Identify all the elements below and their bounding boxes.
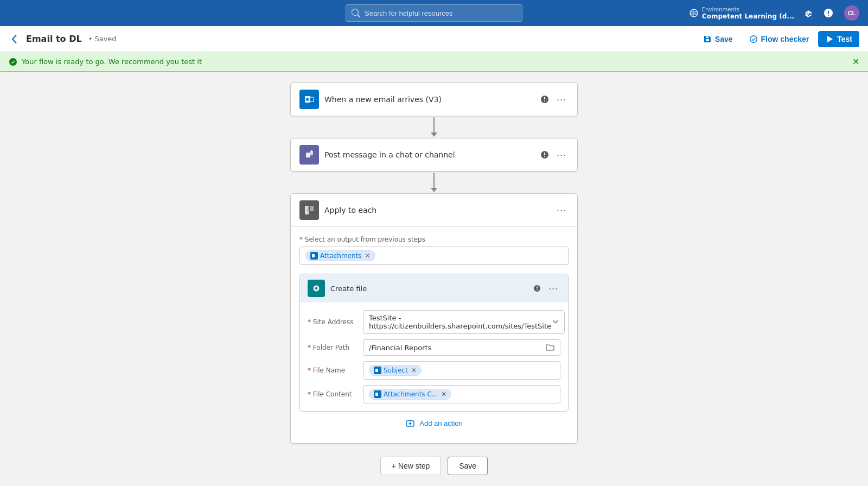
subject-token-close[interactable]: ✕: [411, 367, 417, 374]
attachments-token: Attachments ✕: [305, 250, 375, 261]
apply-each-card: Apply to each ··· * Select an output fro…: [290, 193, 578, 444]
arrow-2: [431, 172, 437, 193]
save-icon: [703, 35, 712, 43]
step2-more-button[interactable]: ···: [554, 147, 569, 163]
svg-rect-11: [375, 369, 378, 372]
folder-path-input[interactable]: /Financial Reports: [363, 339, 560, 356]
help-icon: [824, 8, 833, 18]
site-address-value: TestSite - https://citizenbuilders.share…: [369, 314, 552, 330]
token-close-button[interactable]: ✕: [365, 252, 371, 260]
token-label: Attachments: [320, 252, 362, 260]
svg-rect-3: [306, 153, 310, 157]
site-address-dropdown[interactable]: TestSite - https://citizenbuilders.share…: [363, 310, 565, 334]
apply-each-body: * Select an output from previous steps A…: [291, 226, 577, 443]
step-email-header[interactable]: When a new email arrives (V3) ···: [291, 83, 577, 116]
svg-rect-7: [310, 206, 314, 211]
alert-message: Your flow is ready to go. We recommend y…: [22, 58, 202, 66]
file-content-label-text: File Content: [313, 390, 352, 398]
token-outlook-icon: [310, 252, 318, 260]
add-action-icon: [405, 418, 415, 428]
file-name-label-text: File Name: [313, 367, 345, 374]
header-actions: Save Flow checker Test: [696, 31, 859, 47]
token-outlook-icon-3: [374, 390, 381, 398]
test-icon: [825, 35, 834, 43]
attachments-token-close[interactable]: ✕: [441, 390, 446, 398]
create-file-header[interactable]: Create file ···: [300, 274, 568, 302]
save-header-button[interactable]: Save: [696, 31, 740, 47]
svg-point-2: [306, 98, 309, 101]
sharepoint-icon: [310, 282, 322, 294]
attachments-content-token: Attachments C... ✕: [369, 389, 451, 400]
dots-icon: ···: [557, 94, 566, 105]
environment-info: Environments Competent Learning (d...: [689, 7, 794, 20]
create-file-inner-card: Create file ···: [299, 274, 569, 412]
back-button[interactable]: [9, 34, 20, 45]
environments-label: Environments: [702, 7, 794, 12]
file-content-token-field[interactable]: Attachments C... ✕: [363, 385, 560, 403]
search-icon: [352, 9, 360, 17]
apply-each-actions: ···: [554, 203, 569, 218]
folder-path-label: * Folder Path: [308, 344, 356, 351]
svg-rect-12: [375, 393, 378, 396]
help-icon-3: [533, 285, 541, 292]
create-file-help-button[interactable]: [531, 282, 543, 294]
step-teams-header[interactable]: Post message in a chat or channel ···: [291, 138, 577, 171]
folder-path-field: /Financial Reports: [363, 339, 560, 356]
apply-each-more-button[interactable]: ···: [554, 203, 569, 218]
apply-each-icon-bg: [299, 200, 319, 220]
file-name-field: Subject ✕: [363, 361, 560, 380]
settings-button[interactable]: [801, 6, 815, 20]
folder-path-value: /Financial Reports: [369, 344, 431, 352]
search-input[interactable]: [365, 9, 516, 17]
save-bottom-button[interactable]: Save: [448, 457, 488, 475]
teams-icon: [303, 149, 315, 161]
alert-close-button[interactable]: ✕: [852, 56, 859, 67]
environment-icon: [689, 8, 699, 18]
settings-icon: [803, 8, 813, 18]
step1-more-button[interactable]: ···: [554, 92, 569, 108]
attachments-token-field[interactable]: Attachments ✕: [299, 247, 569, 265]
step2-help-button[interactable]: [538, 148, 551, 161]
svg-point-10: [315, 287, 317, 289]
new-step-button[interactable]: + New step: [380, 457, 441, 475]
help-circle-icon-2: [540, 150, 549, 159]
step2-actions: ···: [538, 147, 569, 163]
help-button[interactable]: [821, 6, 835, 20]
select-output-label: * Select an output from previous steps: [299, 236, 569, 243]
arrow-head-1: [431, 132, 437, 137]
svg-point-5: [311, 150, 313, 153]
search-box[interactable]: [346, 4, 522, 22]
subject-token-label: Subject: [384, 367, 408, 374]
flow-checker-button[interactable]: Flow checker: [742, 31, 816, 47]
add-action-button[interactable]: Add an action: [299, 412, 569, 434]
subject-token: Subject ✕: [369, 365, 422, 376]
alert-bar: Your flow is ready to go. We recommend y…: [0, 52, 868, 72]
step-email-trigger[interactable]: When a new email arrives (V3) ···: [290, 83, 578, 116]
avatar: CL: [844, 5, 859, 21]
file-content-field: Attachments C... ✕: [363, 385, 560, 403]
arrow-1: [431, 116, 437, 138]
folder-path-row: * Folder Path /Financial Reports: [308, 339, 560, 356]
loop-icon: [303, 204, 315, 216]
step1-title: When a new email arrives (V3): [324, 95, 533, 104]
arrow-line-2: [433, 173, 435, 188]
flow-canvas: When a new email arrives (V3) ···: [0, 72, 868, 485]
file-name-token-field[interactable]: Subject ✕: [363, 361, 560, 380]
flow-title: Email to DL: [26, 34, 82, 44]
file-content-label: * File Content: [308, 390, 356, 398]
top-right-area: Environments Competent Learning (d... CL: [689, 3, 861, 23]
test-button[interactable]: Test: [818, 31, 859, 47]
apply-each-header[interactable]: Apply to each ···: [291, 194, 577, 226]
add-action-label: Add an action: [419, 419, 463, 427]
saved-status: • Saved: [88, 35, 117, 43]
user-avatar-button[interactable]: CL: [842, 3, 861, 23]
create-file-more-button[interactable]: ···: [546, 281, 560, 296]
help-circle-icon: [540, 95, 549, 104]
file-content-row: * File Content: [308, 385, 560, 403]
create-file-title: Create file: [330, 285, 526, 293]
step1-help-button[interactable]: [538, 93, 551, 106]
step1-actions: ···: [538, 92, 569, 108]
step-teams-message[interactable]: Post message in a chat or channel ···: [290, 138, 578, 172]
org-name: Competent Learning (d...: [702, 12, 794, 20]
sharepoint-icon-bg: [308, 280, 325, 297]
